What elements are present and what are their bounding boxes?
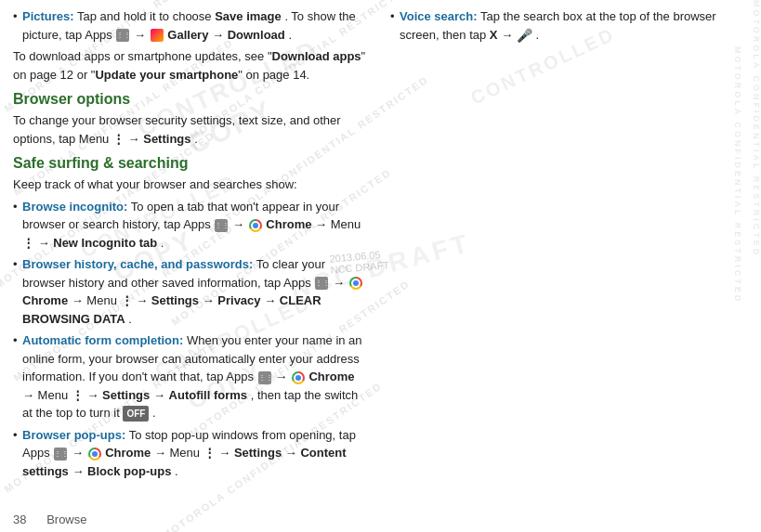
history-text3: → Menu — [72, 293, 121, 307]
incognito-label: Browse incognito: — [22, 200, 127, 214]
browser-options-body: To change your browser security settings… — [13, 111, 368, 148]
apps-icon-5: ⋮⋮ — [54, 448, 67, 461]
bullet-popups: Browser pop-ups: To stop pop-up windows … — [13, 426, 368, 481]
microphone-icon: 🎤 — [517, 28, 532, 43]
history-arrow1: → — [333, 276, 348, 290]
apps-icon-2: ⋮⋮ — [215, 219, 228, 232]
page-container: MOTOROLA CONFIDENTIAL RESTRICTED MOTOROL… — [0, 0, 761, 532]
new-incognito-bold: New Incognito tab — [53, 236, 157, 250]
apps-icon-3: ⋮⋮ — [315, 277, 328, 290]
history-label: Browser history, cache, and passwords: — [22, 257, 253, 271]
page-number: 38 — [13, 513, 26, 526]
intro-paragraph: To download apps or smartphone updates, … — [13, 47, 368, 84]
intro-text3: " on page 14. — [238, 68, 309, 82]
chrome-bold-1: Chrome — [266, 217, 311, 231]
autofill-label: Automatic form completion: — [22, 333, 183, 347]
left-column: Pictures: Tap and hold it to choose Save… — [0, 0, 381, 532]
update-smartphone-bold: Update your smartphone — [95, 68, 238, 82]
browser-options-arrow: → — [128, 132, 144, 146]
page-footer: 38 Browse — [13, 513, 87, 526]
incognito-text3: → Menu — [315, 217, 361, 231]
popups-arrow2: → — [218, 446, 234, 460]
gallery-bold: Gallery — [167, 28, 208, 42]
voice-search-label: Voice search: — [400, 9, 478, 23]
autofill-settings-bold: Settings — [102, 388, 150, 402]
chrome-icon-1 — [249, 219, 262, 232]
section-label: Browse — [46, 513, 86, 526]
autofill-arrow3: → — [153, 388, 169, 402]
popups-period: . — [175, 464, 178, 478]
autofill-text3: → Menu — [22, 388, 72, 402]
history-arrow4: → — [264, 293, 280, 307]
menu-dots-icon-2: ⋮ — [22, 236, 34, 250]
voice-period: . — [535, 28, 539, 42]
menu-dots-icon-3: ⋮ — [121, 293, 133, 307]
safe-surfing-heading: Safe surfing & searching — [13, 155, 368, 172]
popups-settings-bold: Settings — [234, 446, 282, 460]
apps-icon-1: ⋮⋮ — [116, 29, 129, 42]
intro-text1: To download apps or smartphone updates, … — [13, 49, 272, 63]
chrome-icon-4 — [88, 448, 101, 461]
popups-arrow1: → — [72, 446, 87, 460]
menu-dots-icon-4: ⋮ — [72, 388, 84, 402]
pictures-period: . — [288, 28, 292, 42]
browser-options-period: . — [194, 132, 198, 146]
menu-dots-icon-5: ⋮ — [203, 446, 216, 460]
autofill-arrow2: → — [86, 388, 102, 402]
history-period: . — [128, 312, 132, 326]
off-badge: OFF — [123, 406, 149, 422]
chrome-icon-3 — [292, 371, 305, 384]
incognito-arrow1: → — [232, 217, 248, 231]
right-column: Voice search: Tap the search box at the … — [381, 0, 761, 532]
voice-x-bold: X — [490, 28, 498, 42]
chrome-bold-2: Chrome — [22, 293, 68, 307]
chrome-bold-3: Chrome — [308, 370, 354, 383]
block-popups-bold: Block pop-ups — [87, 464, 171, 478]
incognito-period: . — [161, 236, 164, 250]
safe-surfing-intro: Keep track of what your browser and sear… — [13, 175, 368, 194]
download-apps-bold: Download apps — [272, 49, 361, 63]
pictures-arrow1: → — [134, 28, 150, 42]
autofill-period: . — [152, 406, 156, 420]
bullet-autofill: Automatic form completion: When you ente… — [13, 331, 368, 422]
menu-dots-icon-1: ⋮ — [112, 132, 125, 146]
settings-bold: Settings — [143, 132, 190, 146]
history-arrow2: → — [136, 293, 151, 307]
chrome-icon-2 — [349, 277, 362, 290]
bullet-browse-incognito: Browse incognito: To open a tab that won… — [13, 198, 368, 253]
popups-arrow4: → — [72, 464, 87, 478]
autofill-forms-bold: Autofill forms — [169, 388, 248, 402]
incognito-arrow2: → — [38, 236, 54, 250]
save-image-bold: Save image — [215, 9, 282, 23]
download-bold: Download — [228, 28, 285, 42]
apps-icon-4: ⋮⋮ — [258, 371, 271, 384]
bullet-pictures: Pictures: Tap and hold it to choose Save… — [13, 7, 368, 44]
browser-options-heading: Browser options — [13, 91, 368, 108]
popups-label: Browser pop-ups: — [22, 428, 125, 442]
popups-arrow3: → — [285, 446, 301, 460]
history-arrow3: → — [203, 293, 218, 307]
autofill-arrow1: → — [275, 370, 291, 383]
pictures-arrow2: → — [212, 28, 228, 42]
popups-text3: → Menu — [154, 446, 203, 460]
history-settings-bold: Settings — [151, 293, 199, 307]
gallery-icon — [151, 29, 164, 42]
pictures-text1: Tap and hold it to choose — [77, 9, 215, 23]
privacy-bold: Privacy — [217, 293, 260, 307]
voice-arrow: → — [501, 28, 517, 42]
pictures-label: Pictures: — [22, 9, 74, 23]
chrome-bold-4: Chrome — [105, 446, 151, 460]
bullet-voice-search: Voice search: Tap the search box at the … — [390, 7, 748, 45]
bullet-browser-history: Browser history, cache, and passwords: T… — [13, 255, 368, 328]
